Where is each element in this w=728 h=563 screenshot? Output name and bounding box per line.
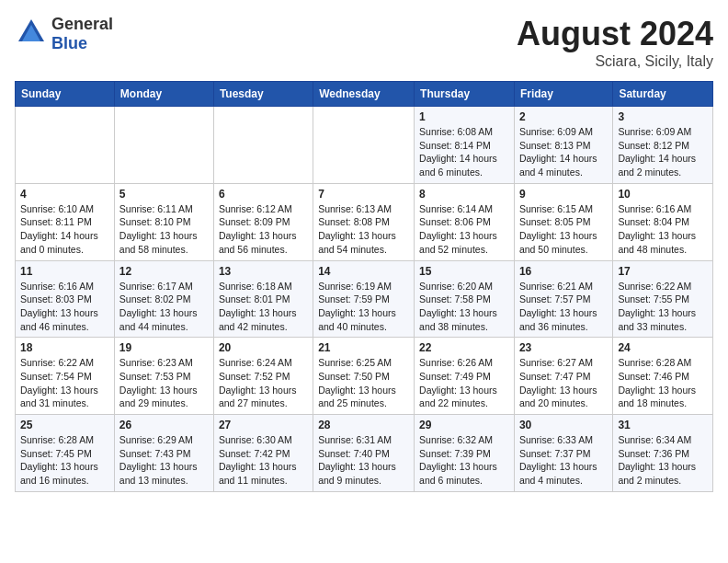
day-number: 13 <box>219 265 308 278</box>
calendar-cell: 16Sunrise: 6:21 AM Sunset: 7:57 PM Dayli… <box>514 260 612 338</box>
day-info: Sunrise: 6:13 AM Sunset: 8:08 PM Dayligh… <box>318 202 409 257</box>
day-info: Sunrise: 6:14 AM Sunset: 8:06 PM Dayligh… <box>419 202 509 257</box>
calendar-cell: 11Sunrise: 6:16 AM Sunset: 8:03 PM Dayli… <box>16 260 115 338</box>
calendar-cell: 18Sunrise: 6:22 AM Sunset: 7:54 PM Dayli… <box>16 338 115 415</box>
calendar-cell: 31Sunrise: 6:34 AM Sunset: 7:36 PM Dayli… <box>613 415 713 492</box>
calendar-cell <box>16 107 115 184</box>
calendar-cell: 24Sunrise: 6:28 AM Sunset: 7:46 PM Dayli… <box>613 338 713 415</box>
calendar-cell: 17Sunrise: 6:22 AM Sunset: 7:55 PM Dayli… <box>613 260 713 338</box>
day-info: Sunrise: 6:17 AM Sunset: 8:02 PM Dayligh… <box>119 280 209 334</box>
day-number: 1 <box>419 110 509 123</box>
weekday-header-wednesday: Wednesday <box>313 82 415 107</box>
day-info: Sunrise: 6:28 AM Sunset: 7:46 PM Dayligh… <box>618 356 708 410</box>
calendar-week-row: 4Sunrise: 6:10 AM Sunset: 8:11 PM Daylig… <box>16 183 713 260</box>
day-number: 18 <box>20 341 109 354</box>
calendar-cell: 29Sunrise: 6:32 AM Sunset: 7:39 PM Dayli… <box>415 415 515 492</box>
day-number: 3 <box>618 110 708 123</box>
calendar-cell: 4Sunrise: 6:10 AM Sunset: 8:11 PM Daylig… <box>16 183 115 260</box>
day-info: Sunrise: 6:12 AM Sunset: 8:09 PM Dayligh… <box>219 202 308 257</box>
day-info: Sunrise: 6:22 AM Sunset: 7:54 PM Dayligh… <box>20 356 109 410</box>
calendar-cell: 26Sunrise: 6:29 AM Sunset: 7:43 PM Dayli… <box>114 415 213 492</box>
day-info: Sunrise: 6:08 AM Sunset: 8:14 PM Dayligh… <box>419 125 509 179</box>
calendar-cell <box>114 107 213 184</box>
day-info: Sunrise: 6:30 AM Sunset: 7:42 PM Dayligh… <box>219 433 308 488</box>
day-info: Sunrise: 6:31 AM Sunset: 7:40 PM Dayligh… <box>318 433 409 488</box>
day-info: Sunrise: 6:22 AM Sunset: 7:55 PM Dayligh… <box>618 280 708 334</box>
day-number: 27 <box>219 419 308 431</box>
day-number: 30 <box>519 419 608 431</box>
day-number: 8 <box>419 188 509 201</box>
calendar-cell: 15Sunrise: 6:20 AM Sunset: 7:58 PM Dayli… <box>415 260 515 338</box>
day-info: Sunrise: 6:28 AM Sunset: 7:45 PM Dayligh… <box>20 433 109 488</box>
day-number: 4 <box>20 188 109 201</box>
calendar-cell: 27Sunrise: 6:30 AM Sunset: 7:42 PM Dayli… <box>213 415 313 492</box>
day-info: Sunrise: 6:16 AM Sunset: 8:03 PM Dayligh… <box>20 280 109 334</box>
calendar-cell: 8Sunrise: 6:14 AM Sunset: 8:06 PM Daylig… <box>415 183 515 260</box>
day-info: Sunrise: 6:20 AM Sunset: 7:58 PM Dayligh… <box>419 280 509 334</box>
day-number: 20 <box>219 341 308 354</box>
day-info: Sunrise: 6:25 AM Sunset: 7:50 PM Dayligh… <box>318 356 409 410</box>
day-number: 10 <box>618 188 708 201</box>
day-info: Sunrise: 6:09 AM Sunset: 8:13 PM Dayligh… <box>519 125 608 179</box>
calendar-week-row: 25Sunrise: 6:28 AM Sunset: 7:45 PM Dayli… <box>16 415 713 492</box>
day-number: 12 <box>119 265 209 278</box>
day-number: 21 <box>318 341 409 354</box>
calendar-body: 1Sunrise: 6:08 AM Sunset: 8:14 PM Daylig… <box>16 107 713 492</box>
calendar-cell: 21Sunrise: 6:25 AM Sunset: 7:50 PM Dayli… <box>313 338 415 415</box>
weekday-header-sunday: Sunday <box>16 82 115 107</box>
day-number: 5 <box>119 188 209 201</box>
calendar-week-row: 11Sunrise: 6:16 AM Sunset: 8:03 PM Dayli… <box>16 260 713 338</box>
day-number: 22 <box>419 341 509 354</box>
month-year-title: August 2024 <box>517 15 713 53</box>
page-header: General Blue August 2024 Sciara, Sicily,… <box>15 15 713 70</box>
calendar-cell: 5Sunrise: 6:11 AM Sunset: 8:10 PM Daylig… <box>114 183 213 260</box>
day-number: 15 <box>419 265 509 278</box>
day-number: 16 <box>519 265 608 278</box>
calendar-cell: 13Sunrise: 6:18 AM Sunset: 8:01 PM Dayli… <box>213 260 313 338</box>
day-number: 31 <box>618 419 708 431</box>
day-number: 2 <box>519 110 608 123</box>
weekday-header-row: SundayMondayTuesdayWednesdayThursdayFrid… <box>16 82 713 107</box>
weekday-header-friday: Friday <box>514 82 612 107</box>
day-info: Sunrise: 6:10 AM Sunset: 8:11 PM Dayligh… <box>20 202 109 257</box>
calendar-cell: 7Sunrise: 6:13 AM Sunset: 8:08 PM Daylig… <box>313 183 415 260</box>
logo-blue: Blue <box>51 34 113 53</box>
calendar-cell: 25Sunrise: 6:28 AM Sunset: 7:45 PM Dayli… <box>16 415 115 492</box>
day-info: Sunrise: 6:27 AM Sunset: 7:47 PM Dayligh… <box>519 356 608 410</box>
calendar-cell: 28Sunrise: 6:31 AM Sunset: 7:40 PM Dayli… <box>313 415 415 492</box>
calendar-cell: 14Sunrise: 6:19 AM Sunset: 7:59 PM Dayli… <box>313 260 415 338</box>
logo-icon <box>15 16 48 49</box>
location-subtitle: Sciara, Sicily, Italy <box>517 53 713 70</box>
day-number: 26 <box>119 419 209 431</box>
day-info: Sunrise: 6:23 AM Sunset: 7:53 PM Dayligh… <box>119 356 209 410</box>
day-info: Sunrise: 6:18 AM Sunset: 8:01 PM Dayligh… <box>219 280 308 334</box>
day-info: Sunrise: 6:32 AM Sunset: 7:39 PM Dayligh… <box>419 433 509 488</box>
day-number: 11 <box>20 265 109 278</box>
day-number: 29 <box>419 419 509 431</box>
day-info: Sunrise: 6:09 AM Sunset: 8:12 PM Dayligh… <box>618 125 708 179</box>
day-number: 14 <box>318 265 409 278</box>
day-info: Sunrise: 6:19 AM Sunset: 7:59 PM Dayligh… <box>318 280 409 334</box>
day-info: Sunrise: 6:29 AM Sunset: 7:43 PM Dayligh… <box>119 433 209 488</box>
calendar-cell: 22Sunrise: 6:26 AM Sunset: 7:49 PM Dayli… <box>415 338 515 415</box>
calendar-week-row: 18Sunrise: 6:22 AM Sunset: 7:54 PM Dayli… <box>16 338 713 415</box>
calendar-cell: 9Sunrise: 6:15 AM Sunset: 8:05 PM Daylig… <box>514 183 612 260</box>
weekday-header-tuesday: Tuesday <box>213 82 313 107</box>
weekday-header-thursday: Thursday <box>415 82 515 107</box>
title-block: August 2024 Sciara, Sicily, Italy <box>517 15 713 70</box>
day-info: Sunrise: 6:34 AM Sunset: 7:36 PM Dayligh… <box>618 433 708 488</box>
day-info: Sunrise: 6:33 AM Sunset: 7:37 PM Dayligh… <box>519 433 608 488</box>
weekday-header-saturday: Saturday <box>613 82 713 107</box>
day-info: Sunrise: 6:26 AM Sunset: 7:49 PM Dayligh… <box>419 356 509 410</box>
calendar-table: SundayMondayTuesdayWednesdayThursdayFrid… <box>15 81 713 492</box>
day-number: 24 <box>618 341 708 354</box>
day-number: 25 <box>20 419 109 431</box>
calendar-cell: 23Sunrise: 6:27 AM Sunset: 7:47 PM Dayli… <box>514 338 612 415</box>
day-number: 28 <box>318 419 409 431</box>
calendar-cell: 3Sunrise: 6:09 AM Sunset: 8:12 PM Daylig… <box>613 107 713 184</box>
day-number: 23 <box>519 341 608 354</box>
logo-general: General <box>51 15 113 34</box>
calendar-cell: 19Sunrise: 6:23 AM Sunset: 7:53 PM Dayli… <box>114 338 213 415</box>
day-number: 9 <box>519 188 608 201</box>
day-info: Sunrise: 6:16 AM Sunset: 8:04 PM Dayligh… <box>618 202 708 257</box>
